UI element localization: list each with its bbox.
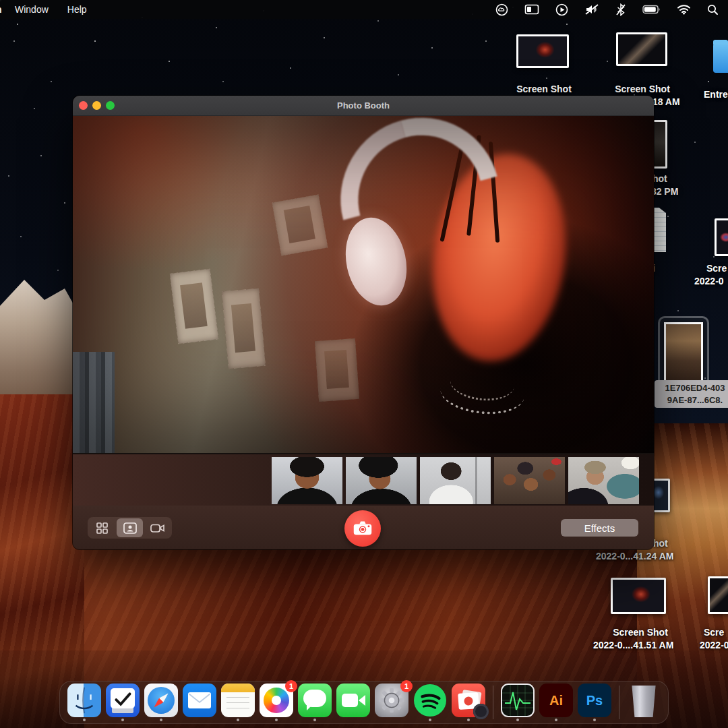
facetime-camera-icon (342, 694, 358, 707)
menu-bar: n Window Help (0, 0, 728, 19)
window-title: Photo Booth (73, 100, 654, 111)
dock-trash[interactable] (626, 684, 661, 721)
camera-viewfinder (73, 116, 654, 453)
desktop-label[interactable]: 2022-0...41.24 AM (596, 551, 673, 562)
photo-thumbnail[interactable] (494, 457, 565, 504)
envelope-icon (183, 684, 216, 717)
photos-flower-icon (264, 688, 289, 713)
desktop-label[interactable]: Scre (704, 627, 724, 638)
dock-mail[interactable] (182, 684, 217, 721)
control-bar: Effects (73, 506, 654, 549)
photo-thumbnail[interactable] (346, 457, 417, 504)
dock-messages[interactable] (297, 684, 332, 721)
desktop-label[interactable]: 2022-0 (700, 640, 728, 650)
desktop-icon-uuid-photo[interactable] (664, 322, 703, 386)
photo-thumbnail[interactable] (420, 457, 491, 504)
ekg-icon (502, 685, 533, 716)
dock-activity-monitor[interactable] (500, 684, 535, 721)
dock-spotify[interactable] (413, 684, 448, 721)
desktop-icon-folder-entre[interactable] (713, 43, 728, 73)
uuid-file-label[interactable]: 1E706ED4-403 9AE-87...6C8. (655, 380, 728, 408)
desktop-icon-edge-bottom[interactable] (708, 576, 728, 614)
desktop-label[interactable]: .18 AM (650, 96, 680, 107)
desktop-icon-screenshot-bottom[interactable] (611, 578, 666, 614)
dock-photos[interactable]: 1 (259, 684, 294, 721)
wifi-icon[interactable] (677, 4, 691, 15)
effects-button[interactable]: Effects (561, 519, 638, 537)
spotlight-icon[interactable] (707, 4, 719, 16)
volume-muted-icon[interactable] (584, 3, 599, 16)
speech-bubble-icon (303, 690, 326, 707)
dock-divider (619, 686, 619, 719)
photos-badge: 1 (285, 680, 297, 692)
desktop-label[interactable]: hot (653, 173, 667, 184)
video-camera-icon (150, 521, 165, 535)
desktop-label[interactable]: hot (653, 538, 668, 549)
photo-booth-window: Photo Booth (73, 96, 654, 549)
desktop-label[interactable]: 2022-0 (694, 276, 724, 286)
desktop-label[interactable]: Screen Shot (605, 84, 679, 94)
desktop-label[interactable]: Screen Shot (603, 627, 677, 638)
illustrator-label: Ai (549, 693, 563, 708)
desktop-icon-screenshot-top2[interactable] (616, 32, 667, 66)
grid-icon (95, 521, 109, 535)
desktop-label[interactable]: Scre (706, 263, 727, 274)
dock-things[interactable] (105, 684, 140, 721)
single-photo-view-button[interactable] (117, 518, 143, 537)
spotify-waves-icon (413, 684, 447, 717)
dock-divider (493, 686, 493, 719)
desktop-icon-screenshot-top1[interactable] (516, 34, 569, 68)
dock-finder[interactable] (67, 684, 102, 721)
portrait-icon (123, 521, 138, 535)
photoshop-label: Ps (586, 693, 603, 708)
menu-help[interactable]: Help (58, 4, 96, 15)
dock-photo-booth[interactable] (451, 684, 486, 721)
desktop-icon-edge-mid[interactable] (715, 218, 728, 256)
take-photo-button[interactable] (344, 510, 381, 547)
dock-photoshop[interactable]: Ps (577, 684, 612, 721)
view-mode-segmented-control (88, 517, 172, 539)
desktop-label[interactable]: Entre (704, 89, 728, 100)
battery-icon[interactable] (642, 5, 661, 14)
checkmark-icon (106, 684, 140, 717)
bluetooth-off-icon[interactable] (615, 3, 626, 16)
dock-system-settings[interactable]: 1 (374, 684, 409, 721)
photo-strip[interactable] (73, 453, 654, 506)
grid-view-button[interactable] (89, 518, 115, 537)
photo-thumbnail[interactable] (568, 457, 639, 504)
photo-thumbnail[interactable] (272, 457, 342, 504)
creative-cloud-icon[interactable] (495, 3, 508, 16)
play-icon[interactable] (555, 3, 568, 16)
dock-notes[interactable] (220, 684, 255, 721)
desktop-label[interactable]: Screen Shot (507, 84, 581, 94)
display-icon[interactable] (524, 3, 539, 16)
vignette (73, 116, 654, 453)
menu-window[interactable]: Window (5, 4, 58, 15)
finder-icon (67, 684, 101, 717)
dock-illustrator[interactable]: Ai (539, 684, 574, 721)
camera-shutter-icon (351, 517, 374, 540)
video-view-button[interactable] (144, 518, 171, 537)
dock-safari[interactable] (144, 684, 179, 721)
settings-badge: 1 (400, 680, 413, 692)
dock: 1 1 Ai Ps (59, 681, 669, 724)
dock-facetime[interactable] (336, 684, 371, 721)
trash-icon (630, 685, 657, 717)
desktop-label[interactable]: 2022-0....41.51 AM (593, 640, 673, 650)
webcam-overlay (473, 704, 489, 719)
app-menu-partial[interactable]: n (0, 4, 5, 15)
title-bar[interactable]: Photo Booth (73, 96, 654, 116)
